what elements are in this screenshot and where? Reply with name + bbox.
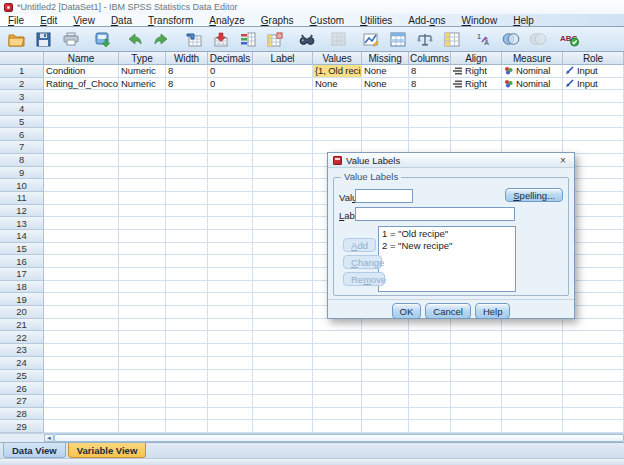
cell-decimals[interactable]	[208, 319, 253, 332]
cell-label[interactable]	[253, 382, 313, 395]
remove-button[interactable]: Remove	[343, 272, 385, 286]
cell-type[interactable]	[119, 306, 166, 319]
cell-decimals[interactable]	[208, 357, 253, 370]
cell-label[interactable]	[253, 319, 313, 332]
cell-width[interactable]	[166, 357, 208, 370]
cell-label[interactable]	[253, 230, 313, 243]
cell-type[interactable]	[119, 357, 166, 370]
cell-name[interactable]	[44, 167, 119, 180]
cell-name[interactable]	[44, 90, 119, 103]
cell-values[interactable]: None	[313, 78, 362, 91]
value-labels-list[interactable]: 1 = "Old recipe"2 = "New recipe"	[378, 226, 516, 292]
cell-name[interactable]	[44, 179, 119, 192]
open-data-icon[interactable]	[3, 28, 30, 51]
menu-graphs[interactable]: Graphs	[253, 14, 302, 27]
cell-name[interactable]	[44, 128, 119, 141]
cell-values[interactable]: {1, Old recip...	[313, 65, 362, 78]
row-number[interactable]: 15	[0, 243, 44, 256]
cell-decimals[interactable]	[208, 154, 253, 167]
menu-file[interactable]: File	[0, 14, 32, 27]
cell-decimals[interactable]	[208, 116, 253, 129]
menu-transform[interactable]: Transform	[140, 14, 201, 27]
cell-label[interactable]	[253, 205, 313, 218]
cell-width[interactable]	[166, 154, 208, 167]
cell-missing[interactable]	[362, 344, 409, 357]
cell-type[interactable]	[119, 103, 166, 116]
cell-values[interactable]	[313, 370, 362, 383]
row-number[interactable]: 13	[0, 217, 44, 230]
cell-role[interactable]	[563, 344, 624, 357]
cell-align[interactable]	[451, 370, 502, 383]
column-header-name[interactable]: Name	[44, 52, 119, 65]
cell-name[interactable]	[44, 243, 119, 256]
cell-role[interactable]	[563, 420, 624, 433]
add-button[interactable]: Add	[343, 238, 376, 252]
cell-align[interactable]	[451, 420, 502, 433]
row-number[interactable]: 1	[0, 65, 44, 78]
cell-type[interactable]	[119, 179, 166, 192]
menu-data[interactable]: Data	[103, 14, 140, 27]
cell-type[interactable]	[119, 370, 166, 383]
cell-role[interactable]: Input	[563, 65, 624, 78]
cell-align[interactable]	[451, 344, 502, 357]
row-number[interactable]: 12	[0, 205, 44, 218]
cell-columns[interactable]: 8	[409, 65, 451, 78]
cell-values[interactable]	[313, 331, 362, 344]
cell-measure[interactable]	[502, 103, 563, 116]
cell-label[interactable]	[253, 420, 313, 433]
cell-values[interactable]	[313, 408, 362, 421]
cell-decimals[interactable]: 0	[208, 78, 253, 91]
row-number[interactable]: 24	[0, 357, 44, 370]
cell-label[interactable]	[253, 395, 313, 408]
cell-decimals[interactable]	[208, 217, 253, 230]
cell-align[interactable]	[451, 103, 502, 116]
cell-width[interactable]	[166, 167, 208, 180]
cell-decimals[interactable]	[208, 141, 253, 154]
cell-name[interactable]	[44, 420, 119, 433]
cell-measure[interactable]	[502, 357, 563, 370]
cell-label[interactable]	[253, 179, 313, 192]
cell-missing[interactable]	[362, 420, 409, 433]
cell-measure[interactable]	[502, 331, 563, 344]
cell-label[interactable]	[253, 90, 313, 103]
cell-label[interactable]	[253, 78, 313, 91]
cell-align[interactable]	[451, 395, 502, 408]
menu-analyze[interactable]: Analyze	[201, 14, 253, 27]
cell-width[interactable]	[166, 281, 208, 294]
value-label-entry[interactable]: 2 = "New recipe"	[379, 240, 515, 252]
cell-width[interactable]	[166, 128, 208, 141]
cell-name[interactable]: Condition	[44, 65, 119, 78]
cell-decimals[interactable]	[208, 281, 253, 294]
row-number[interactable]: 16	[0, 255, 44, 268]
cell-name[interactable]	[44, 205, 119, 218]
cell-decimals[interactable]	[208, 128, 253, 141]
cell-missing[interactable]	[362, 370, 409, 383]
cell-align[interactable]	[451, 319, 502, 332]
cell-label[interactable]	[253, 167, 313, 180]
cell-width[interactable]	[166, 141, 208, 154]
cell-columns[interactable]	[409, 103, 451, 116]
cell-type[interactable]	[119, 167, 166, 180]
cell-values[interactable]	[313, 395, 362, 408]
cell-columns[interactable]	[409, 319, 451, 332]
row-number[interactable]: 4	[0, 103, 44, 116]
insert-variable-icon[interactable]	[357, 28, 384, 51]
value-labels-icon[interactable]	[438, 28, 465, 51]
row-number[interactable]: 19	[0, 293, 44, 306]
save-icon[interactable]	[30, 28, 57, 51]
variables-info-icon[interactable]	[234, 28, 261, 51]
cell-role[interactable]	[563, 128, 624, 141]
row-number[interactable]: 23	[0, 344, 44, 357]
cell-width[interactable]	[166, 116, 208, 129]
undo-icon[interactable]	[121, 28, 148, 51]
cell-type[interactable]	[119, 331, 166, 344]
cell-width[interactable]	[166, 319, 208, 332]
cell-decimals[interactable]	[208, 420, 253, 433]
scroll-left-arrow-icon[interactable]: ◄	[44, 434, 54, 442]
tab-variable-view[interactable]: Variable View	[68, 443, 147, 458]
goto-variable-icon[interactable]	[207, 28, 234, 51]
cell-type[interactable]	[119, 141, 166, 154]
cell-width[interactable]	[166, 255, 208, 268]
column-header-width[interactable]: Width	[166, 52, 208, 65]
row-number[interactable]: 10	[0, 179, 44, 192]
